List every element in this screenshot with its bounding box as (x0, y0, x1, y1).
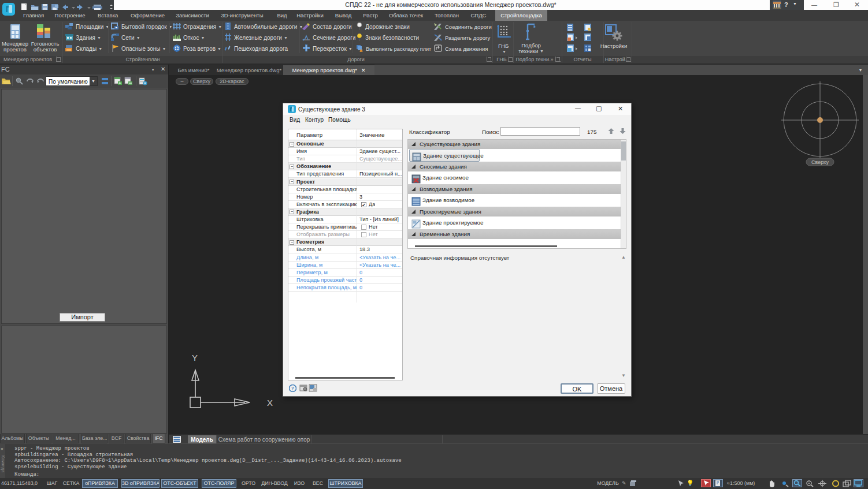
svg-text:Сверху: Сверху (811, 159, 829, 165)
svg-text:X: X (267, 398, 273, 408)
svg-text:Y: Y (192, 353, 198, 363)
svg-text:?: ? (291, 386, 294, 391)
